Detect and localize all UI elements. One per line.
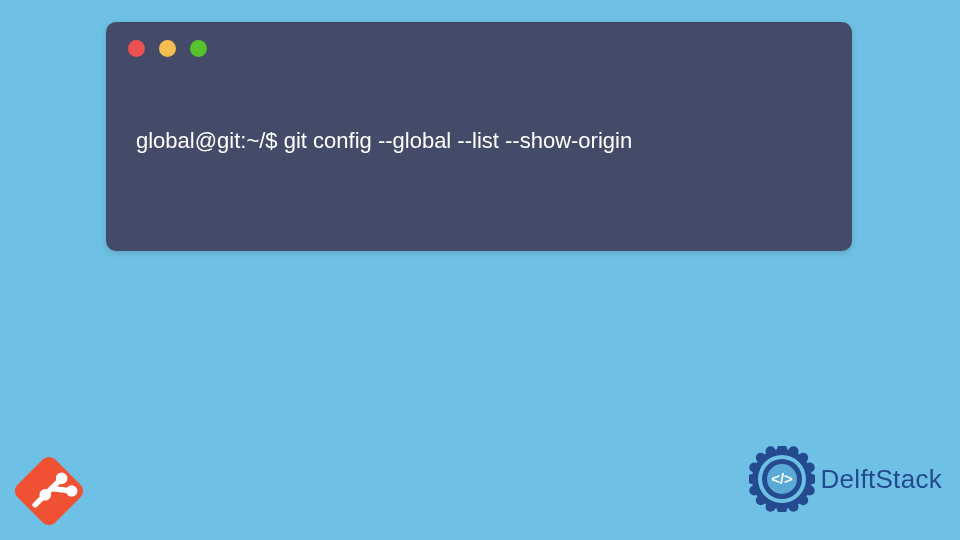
svg-point-9: [798, 453, 808, 463]
svg-point-22: [765, 446, 775, 456]
medallion-icon: </>: [749, 446, 815, 512]
terminal-window: global@git:~/$ git config --global --lis…: [106, 22, 852, 251]
svg-point-8: [788, 446, 798, 456]
svg-point-14: [788, 502, 798, 512]
git-icon: [8, 450, 90, 532]
svg-point-13: [798, 495, 808, 505]
svg-point-16: [765, 502, 775, 512]
shell-prompt: global@git:~/$: [136, 128, 278, 153]
svg-text:</>: </>: [771, 470, 793, 487]
svg-point-17: [755, 495, 765, 505]
shell-command: git config --global --list --show-origin: [284, 128, 632, 153]
terminal-body[interactable]: global@git:~/$ git config --global --lis…: [106, 82, 852, 251]
maximize-icon[interactable]: [190, 40, 207, 57]
svg-point-18: [749, 486, 759, 496]
svg-point-10: [804, 463, 814, 473]
window-controls: [128, 40, 207, 57]
close-icon[interactable]: [128, 40, 145, 57]
minimize-icon[interactable]: [159, 40, 176, 57]
svg-point-12: [804, 486, 814, 496]
delftstack-label: DelftStack: [821, 464, 943, 495]
svg-point-20: [749, 463, 759, 473]
svg-point-21: [755, 453, 765, 463]
delftstack-logo: </> DelftStack: [749, 446, 943, 512]
